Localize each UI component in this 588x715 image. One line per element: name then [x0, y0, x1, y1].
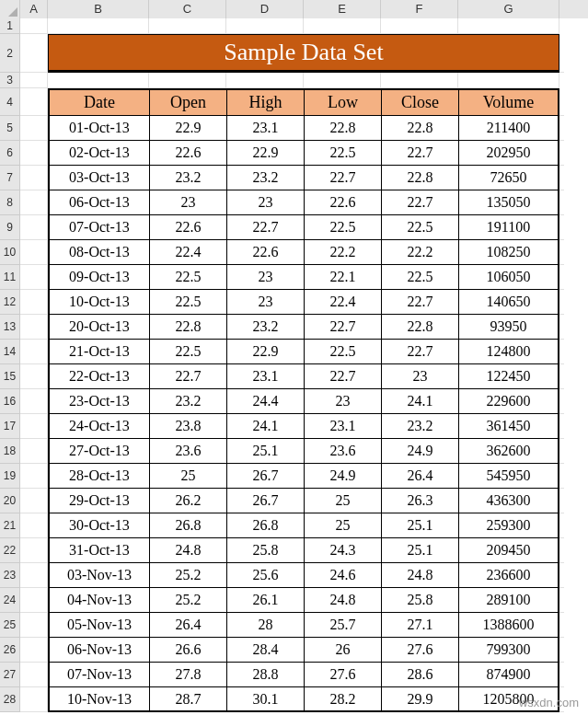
table-cell[interactable]: 07-Nov-13: [48, 663, 149, 687]
table-cell[interactable]: 22.8: [304, 116, 381, 141]
table-cell[interactable]: 26.7: [226, 489, 304, 513]
table-cell[interactable]: 25: [304, 513, 381, 538]
table-cell[interactable]: 28.2: [304, 687, 381, 712]
table-cell[interactable]: 25.2: [149, 588, 226, 613]
table-cell[interactable]: 22.8: [381, 116, 458, 141]
table-cell[interactable]: 24.9: [381, 439, 458, 464]
cell[interactable]: [381, 18, 458, 34]
table-cell[interactable]: 31-Oct-13: [48, 538, 149, 563]
row-header[interactable]: 4: [0, 88, 20, 116]
cell[interactable]: [458, 73, 559, 88]
row-header[interactable]: 3: [0, 73, 20, 88]
table-cell[interactable]: 135050: [458, 190, 559, 215]
table-cell[interactable]: 22.7: [381, 141, 458, 166]
table-cell[interactable]: 25.6: [226, 563, 304, 588]
table-cell[interactable]: 22.5: [149, 265, 226, 290]
cell[interactable]: [20, 34, 48, 73]
row-header[interactable]: 15: [0, 364, 20, 389]
table-cell[interactable]: 22.7: [304, 315, 381, 340]
row-header[interactable]: 10: [0, 240, 20, 265]
cell[interactable]: [381, 73, 458, 88]
cell[interactable]: [20, 290, 48, 315]
table-cell[interactable]: 545950: [458, 464, 559, 489]
cell[interactable]: [20, 513, 48, 538]
table-cell[interactable]: 28.4: [226, 638, 304, 663]
table-header[interactable]: Close: [381, 88, 458, 116]
table-cell[interactable]: 27-Oct-13: [48, 439, 149, 464]
table-cell[interactable]: 07-Oct-13: [48, 215, 149, 240]
cell[interactable]: [20, 88, 48, 116]
table-cell[interactable]: 08-Oct-13: [48, 240, 149, 265]
table-cell[interactable]: 26.6: [149, 638, 226, 663]
cell[interactable]: [20, 389, 48, 414]
row-header[interactable]: 9: [0, 215, 20, 240]
table-cell[interactable]: 23.1: [226, 364, 304, 389]
cell[interactable]: [149, 18, 226, 34]
col-header-c[interactable]: C: [149, 0, 226, 19]
table-cell[interactable]: 22.5: [304, 215, 381, 240]
table-cell[interactable]: 140650: [458, 290, 559, 315]
table-cell[interactable]: 22.5: [149, 290, 226, 315]
table-cell[interactable]: 05-Nov-13: [48, 613, 149, 638]
row-header[interactable]: 16: [0, 389, 20, 414]
table-cell[interactable]: 211400: [458, 116, 559, 141]
cell[interactable]: [20, 240, 48, 265]
cell[interactable]: [20, 414, 48, 439]
table-cell[interactable]: 22.9: [149, 116, 226, 141]
table-cell[interactable]: 23.6: [149, 439, 226, 464]
cell[interactable]: [48, 73, 149, 88]
table-header[interactable]: Low: [304, 88, 381, 116]
table-cell[interactable]: 23.2: [226, 166, 304, 190]
cell[interactable]: [20, 166, 48, 190]
row-header[interactable]: 1: [0, 18, 20, 34]
table-cell[interactable]: 22.2: [381, 240, 458, 265]
col-header-e[interactable]: E: [304, 0, 381, 19]
cell[interactable]: [304, 18, 381, 34]
table-cell[interactable]: 1388600: [458, 613, 559, 638]
table-cell[interactable]: 23.2: [226, 315, 304, 340]
table-cell[interactable]: 24.1: [381, 389, 458, 414]
col-header-g[interactable]: G: [458, 0, 559, 19]
cell[interactable]: [20, 687, 48, 712]
table-cell[interactable]: 26.8: [149, 513, 226, 538]
table-cell[interactable]: 26: [304, 638, 381, 663]
row-header[interactable]: 14: [0, 340, 20, 364]
cell[interactable]: [20, 464, 48, 489]
table-cell[interactable]: 26.4: [381, 464, 458, 489]
table-cell[interactable]: 22.7: [149, 364, 226, 389]
table-cell[interactable]: 108250: [458, 240, 559, 265]
row-header[interactable]: 21: [0, 513, 20, 538]
row-header[interactable]: 18: [0, 439, 20, 464]
table-cell[interactable]: 26.7: [226, 464, 304, 489]
cell[interactable]: [20, 265, 48, 290]
table-cell[interactable]: 22.7: [304, 364, 381, 389]
table-cell[interactable]: 236600: [458, 563, 559, 588]
table-cell[interactable]: 03-Oct-13: [48, 166, 149, 190]
table-cell[interactable]: 03-Nov-13: [48, 563, 149, 588]
table-cell[interactable]: 22-Oct-13: [48, 364, 149, 389]
cell[interactable]: [20, 315, 48, 340]
table-cell[interactable]: 799300: [458, 638, 559, 663]
table-cell[interactable]: 28.8: [226, 663, 304, 687]
table-cell[interactable]: 22.7: [381, 340, 458, 364]
table-cell[interactable]: 09-Oct-13: [48, 265, 149, 290]
table-cell[interactable]: 24.6: [304, 563, 381, 588]
table-cell[interactable]: 25.1: [381, 538, 458, 563]
row-header[interactable]: 23: [0, 563, 20, 588]
table-cell[interactable]: 28: [226, 613, 304, 638]
table-cell[interactable]: 26.1: [226, 588, 304, 613]
table-header[interactable]: Volume: [458, 88, 559, 116]
table-cell[interactable]: 874900: [458, 663, 559, 687]
table-cell[interactable]: 25.7: [304, 613, 381, 638]
table-cell[interactable]: 22.6: [149, 141, 226, 166]
table-cell[interactable]: 30-Oct-13: [48, 513, 149, 538]
table-cell[interactable]: 22.5: [304, 141, 381, 166]
table-cell[interactable]: 26.3: [381, 489, 458, 513]
table-cell[interactable]: 22.6: [304, 190, 381, 215]
row-header[interactable]: 11: [0, 265, 20, 290]
table-cell[interactable]: 24.4: [226, 389, 304, 414]
table-cell[interactable]: 01-Oct-13: [48, 116, 149, 141]
table-cell[interactable]: 22.9: [226, 340, 304, 364]
row-header[interactable]: 28: [0, 687, 20, 712]
table-cell[interactable]: 06-Oct-13: [48, 190, 149, 215]
